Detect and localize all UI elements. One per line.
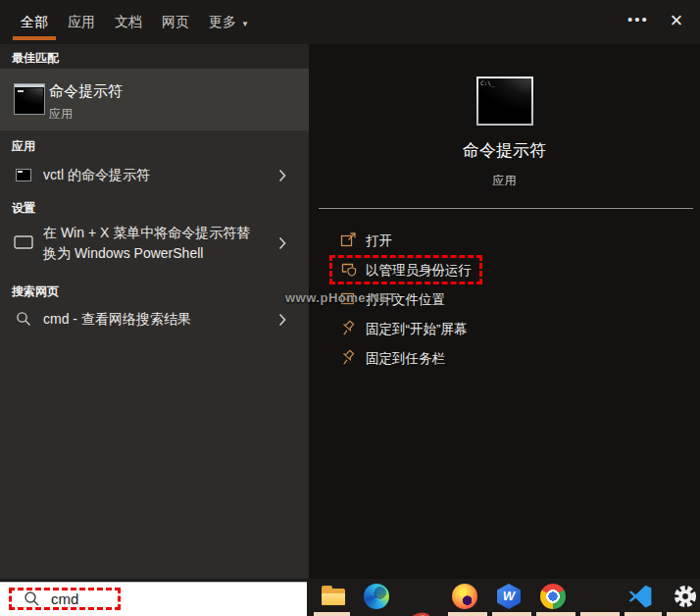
tab-web[interactable]: 网页 bbox=[162, 14, 189, 31]
file-explorer-icon[interactable] bbox=[321, 584, 346, 609]
tab-documents[interactable]: 文档 bbox=[115, 14, 142, 31]
running-indicator bbox=[667, 612, 700, 616]
best-match-header: 最佳匹配 bbox=[12, 50, 59, 67]
running-indicator bbox=[314, 612, 350, 616]
chevron-down-icon: ▼ bbox=[241, 20, 249, 28]
annotation-box-search-input bbox=[9, 588, 121, 610]
firefox-icon[interactable] bbox=[452, 584, 477, 609]
tab-apps[interactable]: 应用 bbox=[68, 14, 95, 31]
result-label: 在 Win + X 菜单中将命令提示符替 换为 Windows PowerShe… bbox=[43, 223, 250, 264]
action-open[interactable]: 打开 bbox=[309, 226, 700, 255]
screenshot-tool-icon[interactable] bbox=[408, 609, 433, 616]
action-pin-to-taskbar[interactable]: 固定到任务栏 bbox=[309, 343, 700, 373]
result-preview-panel: C:\_ 命令提示符 应用 打开 以管理员身份运行 bbox=[309, 44, 700, 579]
selected-tab-underline bbox=[13, 36, 56, 40]
action-label: 固定到“开始”屏幕 bbox=[366, 321, 468, 338]
best-match-result-cmd[interactable]: 命令提示符 应用 bbox=[0, 69, 309, 130]
search-results-panel: 最佳匹配 命令提示符 应用 应用 vctl 的命令提示符 设置 在 Win + … bbox=[0, 44, 309, 582]
windows-search-flyout: 全部 应用 文档 网页 更多▼ ••• × 最佳匹配 命令提示符 应用 应用 v… bbox=[0, 0, 700, 616]
search-icon bbox=[16, 311, 31, 331]
pin-icon bbox=[340, 349, 357, 370]
wps-office-icon[interactable]: W bbox=[496, 584, 522, 609]
apps-section-header: 应用 bbox=[12, 138, 35, 155]
running-indicator bbox=[580, 612, 620, 616]
command-prompt-large-icon: C:\_ bbox=[476, 77, 533, 126]
settings-gear-icon[interactable] bbox=[673, 584, 698, 609]
watermark-text: www.pHome.NET bbox=[285, 290, 397, 305]
result-label: vctl 的命令提示符 bbox=[43, 167, 150, 184]
chevron-right-icon[interactable] bbox=[278, 169, 286, 186]
preview-app-subtitle: 应用 bbox=[309, 173, 700, 189]
settings-section-header: 设置 bbox=[12, 200, 35, 217]
microsoft-edge-icon[interactable] bbox=[364, 584, 389, 609]
result-web-search-cmd[interactable]: cmd - 查看网络搜索结果 bbox=[0, 303, 309, 336]
command-prompt-icon bbox=[14, 83, 45, 115]
action-label: 打开 bbox=[366, 232, 392, 250]
running-indicator bbox=[448, 612, 487, 616]
web-search-section-header: 搜索网页 bbox=[12, 283, 59, 300]
best-match-subtitle: 应用 bbox=[49, 106, 73, 123]
running-indicator bbox=[625, 612, 662, 616]
action-pin-to-start[interactable]: 固定到“开始”屏幕 bbox=[309, 314, 700, 343]
action-label: 固定到任务栏 bbox=[366, 350, 445, 368]
search-filter-tabbar: 全部 应用 文档 网页 更多▼ ••• × bbox=[0, 0, 700, 44]
open-icon bbox=[340, 231, 357, 252]
running-indicator bbox=[492, 612, 531, 616]
chevron-right-icon[interactable] bbox=[278, 313, 286, 331]
chevron-right-icon[interactable] bbox=[278, 236, 286, 254]
command-prompt-mini-icon bbox=[16, 169, 31, 181]
close-button[interactable]: × bbox=[663, 7, 690, 36]
chrome-icon[interactable] bbox=[540, 584, 566, 609]
result-vctl-command-prompt[interactable]: vctl 的命令提示符 bbox=[0, 158, 309, 193]
monitor-icon bbox=[14, 235, 33, 254]
tab-more[interactable]: 更多▼ bbox=[209, 14, 249, 31]
tab-all[interactable]: 全部 bbox=[21, 14, 48, 31]
best-match-title: 命令提示符 bbox=[49, 82, 123, 101]
running-indicator bbox=[536, 612, 575, 616]
preview-divider bbox=[319, 208, 693, 209]
result-label: cmd - 查看网络搜索结果 bbox=[43, 311, 191, 329]
result-winx-powershell-setting[interactable]: 在 Win + X 菜单中将命令提示符替 换为 Windows PowerShe… bbox=[0, 219, 309, 268]
ellipsis-menu-button[interactable]: ••• bbox=[624, 10, 653, 33]
preview-app-title: 命令提示符 bbox=[309, 139, 700, 162]
pin-icon bbox=[340, 320, 357, 340]
vscode-icon[interactable] bbox=[627, 584, 653, 609]
annotation-box-run-as-admin bbox=[329, 255, 482, 284]
